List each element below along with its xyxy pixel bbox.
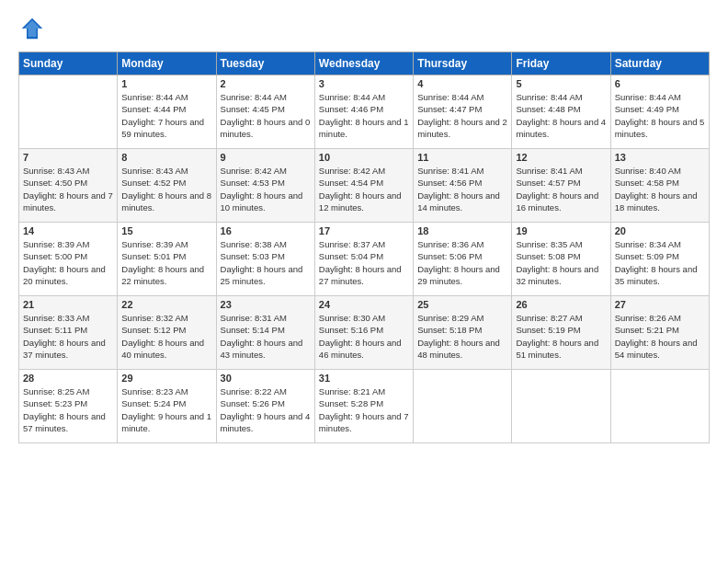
- daylight-text: Daylight: 8 hours and 16 minutes.: [516, 190, 598, 213]
- calendar-cell: [19, 75, 118, 149]
- day-info: Sunrise: 8:30 AM Sunset: 5:16 PM Dayligh…: [319, 312, 409, 361]
- daylight-text: Daylight: 8 hours and 20 minutes.: [23, 264, 106, 286]
- sunrise-text: Sunrise: 8:21 AM: [319, 386, 385, 396]
- day-number: 9: [221, 152, 311, 163]
- sunrise-text: Sunrise: 8:36 AM: [417, 239, 483, 249]
- day-number: 15: [121, 225, 211, 236]
- sunrise-text: Sunrise: 8:23 AM: [121, 386, 188, 396]
- day-info: Sunrise: 8:37 AM Sunset: 5:04 PM Dayligh…: [319, 238, 409, 287]
- daylight-text: Daylight: 8 hours and 54 minutes.: [615, 338, 698, 360]
- sunset-text: Sunset: 5:12 PM: [121, 325, 186, 335]
- sunset-text: Sunset: 5:16 PM: [319, 325, 383, 335]
- sunrise-text: Sunrise: 8:39 AM: [23, 239, 89, 249]
- day-info: Sunrise: 8:21 AM Sunset: 5:28 PM Dayligh…: [319, 385, 409, 434]
- daylight-text: Daylight: 9 hours and 1 minute.: [121, 411, 211, 433]
- day-info: Sunrise: 8:38 AM Sunset: 5:03 PM Dayligh…: [221, 238, 311, 287]
- day-number: 17: [319, 225, 409, 236]
- day-info: Sunrise: 8:22 AM Sunset: 5:26 PM Dayligh…: [221, 385, 311, 434]
- sunrise-text: Sunrise: 8:30 AM: [319, 313, 385, 323]
- day-number: 10: [319, 152, 409, 163]
- calendar-cell: [610, 370, 709, 443]
- daylight-text: Daylight: 8 hours and 2 minutes.: [417, 117, 507, 139]
- logo-icon: [18, 15, 46, 42]
- sunset-text: Sunset: 5:21 PM: [615, 325, 679, 335]
- day-info: Sunrise: 8:44 AM Sunset: 4:46 PM Dayligh…: [319, 91, 409, 140]
- calendar-cell: 20 Sunrise: 8:34 AM Sunset: 5:09 PM Dayl…: [610, 223, 709, 296]
- daylight-text: Daylight: 8 hours and 7 minutes.: [23, 190, 113, 213]
- daylight-text: Daylight: 8 hours and 4 minutes.: [516, 117, 606, 139]
- sunrise-text: Sunrise: 8:43 AM: [23, 166, 89, 176]
- calendar-cell: 18 Sunrise: 8:36 AM Sunset: 5:06 PM Dayl…: [414, 223, 512, 296]
- sunset-text: Sunset: 5:09 PM: [615, 251, 679, 261]
- sunset-text: Sunset: 4:44 PM: [121, 104, 186, 114]
- calendar-cell: 23 Sunrise: 8:31 AM Sunset: 5:14 PM Dayl…: [216, 296, 314, 370]
- day-header-sunday: Sunday: [19, 52, 118, 75]
- day-number: 28: [23, 373, 113, 384]
- day-info: Sunrise: 8:39 AM Sunset: 5:01 PM Dayligh…: [121, 238, 211, 287]
- daylight-text: Daylight: 8 hours and 18 minutes.: [615, 190, 698, 213]
- day-info: Sunrise: 8:44 AM Sunset: 4:44 PM Dayligh…: [121, 91, 211, 140]
- sunset-text: Sunset: 4:58 PM: [615, 178, 679, 188]
- daylight-text: Daylight: 8 hours and 0 minutes.: [221, 117, 311, 139]
- day-number: 11: [417, 152, 507, 163]
- calendar-cell: 21 Sunrise: 8:33 AM Sunset: 5:11 PM Dayl…: [19, 296, 118, 370]
- calendar-cell: 19 Sunrise: 8:35 AM Sunset: 5:08 PM Dayl…: [512, 223, 610, 296]
- sunset-text: Sunset: 4:56 PM: [417, 178, 482, 188]
- daylight-text: Daylight: 8 hours and 1 minute.: [319, 117, 409, 139]
- day-number: 23: [221, 299, 311, 310]
- day-info: Sunrise: 8:42 AM Sunset: 4:53 PM Dayligh…: [221, 165, 311, 213]
- day-number: 25: [417, 299, 507, 310]
- day-info: Sunrise: 8:44 AM Sunset: 4:49 PM Dayligh…: [615, 91, 705, 140]
- calendar-cell: 15 Sunrise: 8:39 AM Sunset: 5:01 PM Dayl…: [118, 223, 216, 296]
- day-info: Sunrise: 8:34 AM Sunset: 5:09 PM Dayligh…: [615, 238, 705, 287]
- sunrise-text: Sunrise: 8:26 AM: [615, 313, 681, 323]
- day-info: Sunrise: 8:26 AM Sunset: 5:21 PM Dayligh…: [615, 312, 705, 361]
- sunrise-text: Sunrise: 8:34 AM: [615, 239, 681, 249]
- daylight-text: Daylight: 8 hours and 46 minutes.: [319, 338, 402, 360]
- sunset-text: Sunset: 5:06 PM: [417, 251, 482, 261]
- calendar-cell: 16 Sunrise: 8:38 AM Sunset: 5:03 PM Dayl…: [216, 223, 314, 296]
- sunset-text: Sunset: 5:23 PM: [23, 398, 87, 408]
- week-row-4: 21 Sunrise: 8:33 AM Sunset: 5:11 PM Dayl…: [19, 296, 710, 370]
- day-header-friday: Friday: [512, 52, 610, 75]
- day-number: 3: [319, 78, 409, 89]
- day-info: Sunrise: 8:32 AM Sunset: 5:12 PM Dayligh…: [121, 312, 211, 361]
- day-info: Sunrise: 8:33 AM Sunset: 5:11 PM Dayligh…: [23, 312, 113, 361]
- day-info: Sunrise: 8:44 AM Sunset: 4:47 PM Dayligh…: [417, 91, 507, 140]
- day-number: 20: [615, 225, 705, 236]
- day-number: 18: [417, 225, 507, 236]
- sunset-text: Sunset: 5:14 PM: [221, 325, 285, 335]
- sunrise-text: Sunrise: 8:32 AM: [121, 313, 188, 323]
- day-info: Sunrise: 8:44 AM Sunset: 4:45 PM Dayligh…: [221, 91, 311, 140]
- calendar-cell: 12 Sunrise: 8:41 AM Sunset: 4:57 PM Dayl…: [512, 149, 610, 223]
- day-number: 1: [121, 78, 211, 89]
- calendar-cell: 2 Sunrise: 8:44 AM Sunset: 4:45 PM Dayli…: [216, 75, 314, 149]
- daylight-text: Daylight: 8 hours and 57 minutes.: [23, 411, 106, 433]
- calendar-cell: 6 Sunrise: 8:44 AM Sunset: 4:49 PM Dayli…: [610, 75, 709, 149]
- calendar-cell: [414, 370, 512, 443]
- day-number: 7: [23, 152, 113, 163]
- calendar-cell: 31 Sunrise: 8:21 AM Sunset: 5:28 PM Dayl…: [314, 370, 413, 443]
- day-number: 30: [221, 373, 311, 384]
- day-header-thursday: Thursday: [414, 52, 512, 75]
- day-number: 14: [23, 225, 113, 236]
- day-number: 26: [516, 299, 606, 310]
- sunrise-text: Sunrise: 8:44 AM: [615, 92, 681, 102]
- sunrise-text: Sunrise: 8:37 AM: [319, 239, 385, 249]
- daylight-text: Daylight: 8 hours and 25 minutes.: [221, 264, 303, 286]
- sunset-text: Sunset: 5:24 PM: [121, 398, 186, 408]
- day-number: 22: [121, 299, 211, 310]
- day-info: Sunrise: 8:41 AM Sunset: 4:57 PM Dayligh…: [516, 165, 606, 213]
- svg-marker-1: [24, 20, 40, 37]
- sunset-text: Sunset: 4:46 PM: [319, 104, 383, 114]
- day-info: Sunrise: 8:25 AM Sunset: 5:23 PM Dayligh…: [23, 385, 113, 434]
- sunrise-text: Sunrise: 8:39 AM: [121, 239, 188, 249]
- sunrise-text: Sunrise: 8:42 AM: [221, 166, 287, 176]
- day-number: 27: [615, 299, 705, 310]
- daylight-text: Daylight: 8 hours and 22 minutes.: [121, 264, 204, 286]
- day-info: Sunrise: 8:43 AM Sunset: 4:50 PM Dayligh…: [23, 165, 113, 213]
- calendar-cell: 14 Sunrise: 8:39 AM Sunset: 5:00 PM Dayl…: [19, 223, 118, 296]
- daylight-text: Daylight: 8 hours and 12 minutes.: [319, 190, 402, 213]
- daylight-text: Daylight: 8 hours and 5 minutes.: [615, 117, 705, 139]
- sunrise-text: Sunrise: 8:43 AM: [121, 166, 188, 176]
